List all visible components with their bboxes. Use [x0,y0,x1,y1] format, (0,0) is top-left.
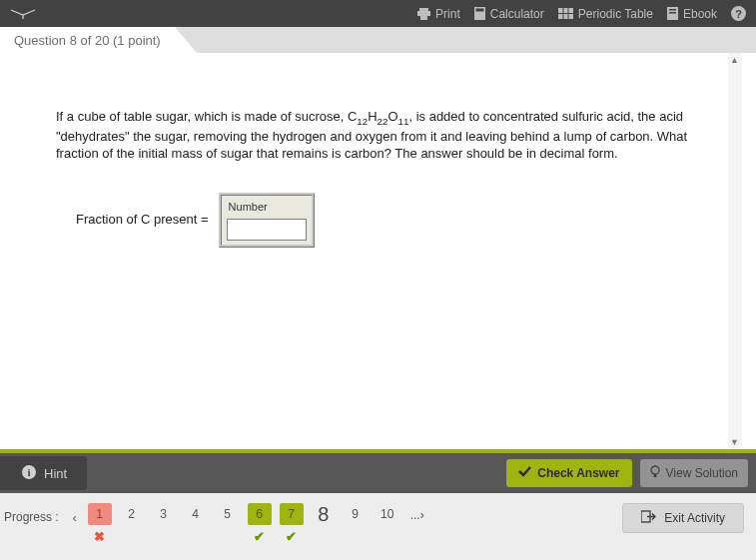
exit-activity-label: Exit Activity [664,511,725,525]
svg-rect-4 [475,9,483,12]
print-button[interactable]: Print [417,7,460,21]
info-icon: i [22,465,36,482]
progress-bar: Progress : ‹ 1✖23456✔7✔8910 ...› Exit Ac… [0,493,756,560]
action-bar: i Hint Check Answer View Solution [0,453,756,493]
periodic-table-label: Periodic Table [578,7,653,21]
content-area: If a cube of table sugar, which is made … [0,53,756,449]
progress-number: 7 [280,503,304,525]
check-answer-button[interactable]: Check Answer [506,459,631,487]
print-label: Print [435,7,460,21]
progress-item-9[interactable]: 9 [341,503,371,543]
svg-rect-0 [419,8,428,11]
progress-more[interactable]: ...› [402,503,432,522]
check-icon [518,466,531,480]
progress-item-3[interactable]: 3 [149,503,179,543]
progress-mark: ✖ [94,529,105,543]
exit-activity-button[interactable]: Exit Activity [622,503,744,533]
exit-icon [641,510,656,526]
view-solution-label: View Solution [666,466,739,480]
ebook-icon [667,7,678,20]
view-solution-button[interactable]: View Solution [640,459,749,487]
progress-mark: ✔ [254,529,265,543]
progress-number: 2 [120,503,144,525]
progress-number: 6 [248,503,272,525]
progress-label: Progress : [4,503,65,524]
svg-rect-2 [420,15,427,20]
svg-point-14 [651,466,659,474]
scroll-up-icon[interactable]: ▲ [730,55,739,65]
progress-number: 1 [88,503,112,525]
print-icon [417,8,430,20]
progress-item-10[interactable]: 10 [373,503,402,543]
answer-label: Fraction of C present = [56,211,209,229]
hint-label: Hint [44,466,67,481]
number-field-label: Number [227,200,307,215]
number-input-box: Number [219,193,315,248]
progress-mark: ✔ [286,529,297,543]
logo-icon [10,8,36,20]
progress-prev-button[interactable]: ‹ [65,506,85,528]
check-answer-label: Check Answer [537,466,619,480]
svg-rect-11 [669,12,676,14]
svg-rect-10 [669,9,676,11]
answer-input[interactable] [227,219,307,241]
progress-number: 5 [216,503,240,525]
progress-item-7[interactable]: 7✔ [277,503,307,543]
progress-number: 4 [184,503,208,525]
svg-rect-15 [653,474,656,477]
svg-text:i: i [27,466,30,478]
periodic-table-button[interactable]: Periodic Table [558,7,653,21]
scrollbar[interactable]: ▲ ▼ [728,53,742,449]
top-toolbar: Print Calculator Periodic Table Ebook ? [0,0,756,27]
question-header-text: Question 8 of 20 (1 point) [14,33,161,48]
help-icon[interactable]: ? [731,6,746,21]
progress-number: 10 [376,503,399,525]
progress-number: 8 [312,503,336,525]
ebook-button[interactable]: Ebook [667,7,717,21]
progress-item-5[interactable]: 5 [213,503,243,543]
periodic-table-icon [558,8,573,19]
progress-item-4[interactable]: 4 [181,503,211,543]
calculator-label: Calculator [490,7,544,21]
scroll-down-icon[interactable]: ▼ [730,437,739,447]
calculator-button[interactable]: Calculator [474,7,544,21]
progress-items: 1✖23456✔7✔8910 [85,503,402,543]
ebook-label: Ebook [683,7,717,21]
question-text: If a cube of table sugar, which is made … [56,108,702,163]
calculator-icon [474,7,485,20]
lightbulb-icon [650,465,660,482]
progress-number: 3 [152,503,176,525]
progress-item-2[interactable]: 2 [117,503,147,543]
progress-number: 9 [344,503,368,525]
hint-button[interactable]: i Hint [0,456,87,490]
progress-item-8[interactable]: 8 [309,503,339,543]
question-header-bar: Question 8 of 20 (1 point) [0,27,756,53]
question-tab: Question 8 of 20 (1 point) [0,27,175,53]
progress-item-1[interactable]: 1✖ [85,503,115,543]
answer-row: Fraction of C present = Number [56,193,702,248]
progress-item-6[interactable]: 6✔ [245,503,275,543]
